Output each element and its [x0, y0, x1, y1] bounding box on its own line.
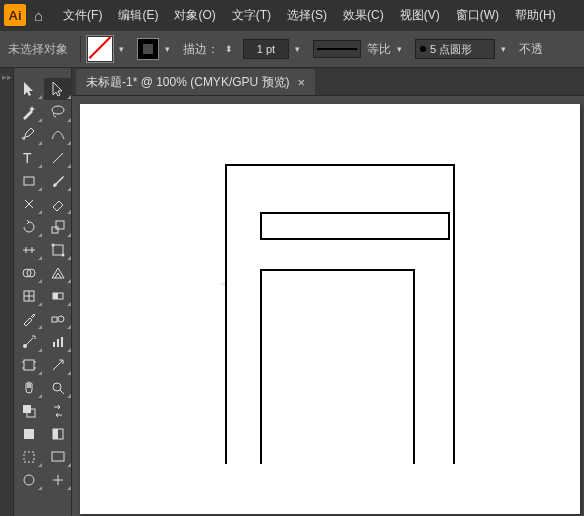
extra-tool-b[interactable] [44, 469, 72, 491]
slice-tool[interactable] [44, 354, 72, 376]
dock-strip[interactable]: ▸▸ [0, 68, 14, 516]
svg-rect-14 [52, 317, 57, 322]
rotate-tool[interactable] [15, 216, 43, 238]
lasso-tool[interactable] [44, 101, 72, 123]
home-icon[interactable]: ⌂ [34, 7, 43, 24]
shape-inner-top-rect[interactable] [260, 212, 450, 240]
svg-point-21 [53, 383, 61, 391]
stroke-dropdown-icon[interactable]: ▾ [165, 44, 177, 54]
close-icon[interactable]: × [298, 75, 306, 90]
direct-selection-tool[interactable] [44, 78, 72, 100]
menu-type[interactable]: 文字(T) [224, 7, 279, 24]
menu-bar: Ai ⌂ 文件(F) 编辑(E) 对象(O) 文字(T) 选择(S) 效果(C)… [0, 0, 584, 30]
document-tab-bar: 未标题-1* @ 100% (CMYK/GPU 预览) × [0, 68, 584, 96]
curvature-tool[interactable] [44, 124, 72, 146]
options-bar: 未选择对象 ▾ ▾ 描边： ⬍ ▾ 等比 ▾ 5 点圆形 ▾ 不透 [0, 30, 584, 68]
svg-point-8 [62, 254, 65, 257]
menu-window[interactable]: 窗口(W) [448, 7, 507, 24]
shape-inner-u[interactable] [260, 269, 415, 464]
line-tool[interactable] [44, 147, 72, 169]
rectangle-tool[interactable] [15, 170, 43, 192]
brush-label: 5 点圆形 [430, 42, 472, 57]
pen-tool[interactable] [15, 124, 43, 146]
tab-title: 未标题-1* @ 100% (CMYK/GPU 预览) [86, 74, 290, 91]
magic-wand-tool[interactable] [15, 101, 43, 123]
tools-panel: T [14, 68, 72, 516]
fill-dropdown-icon[interactable]: ▾ [119, 44, 131, 54]
svg-line-22 [60, 390, 64, 394]
svg-rect-4 [52, 227, 58, 233]
stroke-weight-input[interactable] [243, 39, 289, 59]
svg-point-0 [52, 106, 64, 114]
selection-tool[interactable] [15, 78, 43, 100]
svg-rect-25 [24, 429, 34, 439]
gradient-tool[interactable] [44, 285, 72, 307]
symbol-sprayer-tool[interactable] [15, 331, 43, 353]
blend-tool[interactable] [44, 308, 72, 330]
menu-help[interactable]: 帮助(H) [507, 7, 564, 24]
svg-rect-29 [52, 452, 64, 461]
eyedropper-tool[interactable] [15, 308, 43, 330]
menu-edit[interactable]: 编辑(E) [110, 7, 166, 24]
menu-select[interactable]: 选择(S) [279, 7, 335, 24]
stroke-weight-dropdown-icon[interactable]: ▾ [295, 44, 307, 54]
drawing-mode-tool[interactable] [15, 446, 43, 468]
stroke-profile[interactable] [313, 40, 361, 58]
svg-rect-6 [53, 245, 63, 255]
grip-icon: ▸▸ [0, 68, 13, 82]
svg-line-2 [53, 153, 63, 163]
opacity-label: 不透 [519, 41, 543, 58]
paintbrush-tool[interactable] [44, 170, 72, 192]
menu-effect[interactable]: 效果(C) [335, 7, 392, 24]
svg-rect-3 [24, 177, 34, 185]
svg-rect-20 [24, 360, 34, 370]
scale-label: 等比 [367, 41, 391, 58]
brush-dropdown-icon[interactable]: ▾ [501, 44, 513, 54]
svg-rect-5 [56, 221, 64, 229]
hand-tool[interactable] [15, 377, 43, 399]
stroke-swatch[interactable] [137, 38, 159, 60]
selection-status: 未选择对象 [8, 41, 68, 58]
brush-dot-icon [420, 46, 426, 52]
gradient-mode-tool[interactable] [44, 423, 72, 445]
svg-point-16 [23, 344, 27, 348]
eraser-tool[interactable] [44, 193, 72, 215]
svg-point-7 [52, 244, 55, 247]
artboard-tool[interactable] [15, 354, 43, 376]
column-graph-tool[interactable] [44, 331, 72, 353]
mesh-tool[interactable] [15, 285, 43, 307]
fill-stroke-tool[interactable] [15, 400, 43, 422]
perspective-grid-tool[interactable] [44, 262, 72, 284]
scale-dropdown-icon[interactable]: ▾ [397, 44, 409, 54]
zoom-tool[interactable] [44, 377, 72, 399]
extra-tool-a[interactable] [15, 469, 43, 491]
svg-rect-19 [61, 337, 63, 347]
svg-rect-18 [57, 339, 59, 347]
fill-swatch[interactable] [87, 36, 113, 62]
type-tool[interactable]: T [15, 147, 43, 169]
canvas-area[interactable]: 软件自学网 WWW.RJZXW.COM [72, 96, 584, 516]
brush-definition[interactable]: 5 点圆形 [415, 39, 495, 59]
shaper-tool[interactable] [15, 193, 43, 215]
free-transform-tool[interactable] [44, 239, 72, 261]
menu-file[interactable]: 文件(F) [55, 7, 110, 24]
menu-view[interactable]: 视图(V) [392, 7, 448, 24]
svg-text:T: T [23, 150, 32, 166]
svg-rect-27 [53, 429, 58, 439]
svg-rect-28 [24, 452, 34, 462]
svg-rect-17 [53, 342, 55, 347]
screen-mode-tool[interactable] [44, 446, 72, 468]
document-tab[interactable]: 未标题-1* @ 100% (CMYK/GPU 预览) × [76, 69, 315, 95]
svg-rect-13 [53, 293, 58, 299]
artboard[interactable]: 软件自学网 WWW.RJZXW.COM [80, 104, 580, 514]
scale-tool[interactable] [44, 216, 72, 238]
menu-object[interactable]: 对象(O) [166, 7, 223, 24]
swap-fill-stroke-tool[interactable] [44, 400, 72, 422]
svg-point-15 [58, 316, 64, 322]
shape-builder-tool[interactable] [15, 262, 43, 284]
separator [80, 36, 81, 62]
width-tool[interactable] [15, 239, 43, 261]
stroke-link-icon[interactable]: ⬍ [225, 44, 237, 54]
stroke-label: 描边： [183, 41, 219, 58]
color-mode-tool[interactable] [15, 423, 43, 445]
